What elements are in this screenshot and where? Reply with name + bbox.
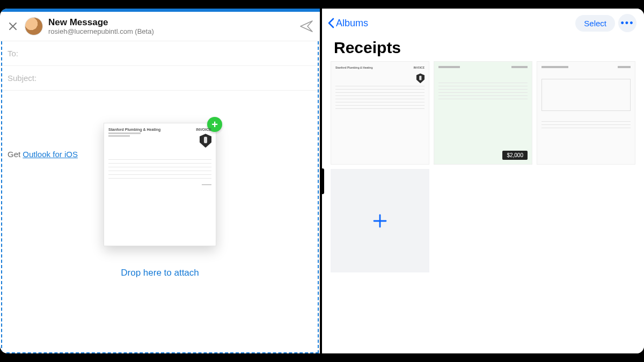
photo-grid: Stanford Plumbing & Heating INVOICE <box>322 61 644 272</box>
shield-icon <box>200 134 211 147</box>
select-button[interactable]: Select <box>575 15 615 32</box>
avatar[interactable] <box>25 17 43 35</box>
compose-header: New Message rosieh@lucernepubintl.com (B… <box>0 12 320 41</box>
photo-thumb[interactable]: Stanford Plumbing & Heating INVOICE <box>331 61 429 165</box>
close-icon[interactable] <box>6 20 19 33</box>
drop-hint: Drop here to attach <box>121 268 199 278</box>
invoice-label: INVOICE <box>196 128 211 131</box>
thumb-vendor: Stanford Plumbing & Heating <box>335 66 372 69</box>
invoice-preview: Stanford Plumbing & Heating INVOICE <box>108 128 211 241</box>
drop-zone[interactable]: To: Subject: Get Outlook for iOS + Stanf… <box>0 41 320 353</box>
compose-title: New Message <box>48 17 154 28</box>
photo-thumb[interactable]: $2,000 <box>434 61 532 165</box>
compose-pane: New Message rosieh@lucernepubintl.com (B… <box>0 9 322 353</box>
album-title: Receipts <box>322 35 644 61</box>
compose-from-email: rosieh@lucernepubintl.com (Beta) <box>48 28 154 36</box>
compose-body[interactable]: Get Outlook for iOS + Stanford Plumbing … <box>0 91 320 295</box>
send-icon[interactable] <box>299 19 313 33</box>
dragged-attachment-preview[interactable]: + Stanford Plumbing & Heating INVOICE <box>104 123 216 246</box>
photos-pane: Albums Select ••• Receipts Stanford Plum… <box>322 9 644 353</box>
plus-icon <box>372 213 388 229</box>
signature-link[interactable]: Outlook for iOS <box>23 150 78 159</box>
signature: Get Outlook for iOS <box>8 150 78 159</box>
thumb-tag: INVOICE <box>413 66 425 69</box>
photo-thumb[interactable] <box>537 61 635 165</box>
back-label: Albums <box>336 18 368 29</box>
chevron-left-icon <box>327 18 335 28</box>
thumb-total-badge: $2,000 <box>502 151 528 160</box>
split-divider-handle[interactable] <box>321 168 324 194</box>
more-icon[interactable]: ••• <box>618 14 636 32</box>
photos-header: Albums Select ••• <box>322 9 644 35</box>
invoice-vendor: Stanford Plumbing & Heating <box>108 128 160 131</box>
signature-prefix: Get <box>8 150 23 159</box>
add-photo-tile[interactable] <box>331 169 429 272</box>
shield-icon <box>416 73 425 83</box>
back-button[interactable]: Albums <box>327 18 368 29</box>
